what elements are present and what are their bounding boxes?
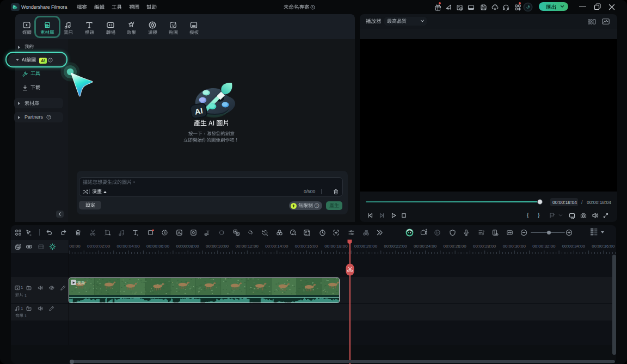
svg-text:?: ? (316, 204, 318, 207)
svg-text:?: ? (50, 58, 51, 61)
svg-text:?: ? (48, 115, 50, 119)
svg-text:AI: AI (194, 106, 204, 116)
